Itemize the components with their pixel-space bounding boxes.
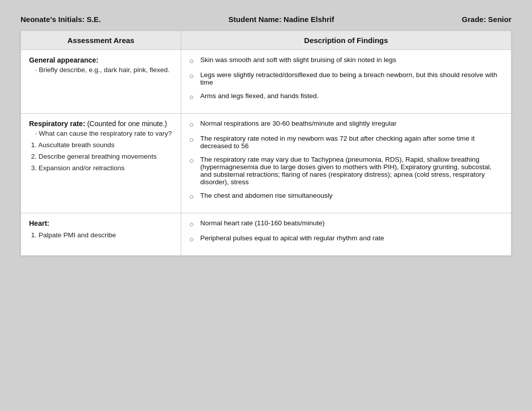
bullet-icon: ○ [189,72,200,80]
finding-item: ○The respiratory rate noted in my newbor… [189,135,503,150]
finding-text: Normal respirations are 30-60 beaths/min… [200,120,397,127]
numbered-item-1-1: 2. Describe general breathing movements [29,153,173,160]
sub-item-1-0: · What can cause the respiratory rate to… [29,130,173,137]
finding-text: The chest and abdomen rise simultaneousl… [200,192,333,199]
bullet-icon: ○ [189,192,200,201]
grade: Grade: Senior [462,15,511,24]
finding-item: ○Arms and legs flexed, and hands fisted. [189,92,503,101]
finding-text: Arms and legs flexed, and hands fisted. [200,92,319,100]
page-header: Neonate's Initials: S.E. Student Name: N… [21,10,511,31]
bullet-icon: ○ [189,235,200,243]
bullet-icon: ○ [189,120,200,129]
left-cell-2: Heart:1. Palpate PMI and describe [21,213,181,256]
right-cell-0: ○Skin was smooth and soft with slight br… [181,50,511,114]
section-heading-2: Heart: [29,219,173,227]
numbered-item-2-0: 1. Palpate PMI and describe [29,231,173,239]
section-heading-1: Respiratory rate: (Counted for one minut… [29,120,173,128]
finding-text: The respiratory rate may vary due to Tac… [200,156,503,186]
bullet-icon: ○ [189,93,200,101]
assessment-table: Assessment Areas Description of Findings… [21,31,511,256]
finding-item: ○The chest and abdomen rise simultaneous… [189,192,503,201]
col1-heading: Assessment Areas [21,31,181,50]
student-name: Student Name: Nadine Elshrif [228,15,334,24]
finding-text: Peripheral pulses equal to apical with r… [200,234,384,242]
finding-item: ○Normal respirations are 30-60 beaths/mi… [189,120,503,129]
numbered-item-1-2: 3. Expansion and/or retractions [29,164,173,172]
finding-text: Skin was smooth and soft with slight bru… [200,56,396,64]
bullet-icon: ○ [189,156,200,165]
numbered-item-1-0: 1. Auscultate breath sounds [29,141,173,149]
finding-text: Legs were slightly retracted/dorsiflexed… [200,71,503,86]
sub-item-0-0: · Briefly describe, e.g., dark hair, pin… [29,66,173,74]
bullet-icon: ○ [189,57,200,65]
left-cell-0: General appearance:· Briefly describe, e… [21,50,181,114]
right-cell-2: ○Normal heart rate (110-160 beats/minute… [181,213,511,256]
finding-item: ○Normal heart rate (110-160 beats/minute… [189,219,503,228]
finding-item: ○Peripheral pulses equal to apical with … [189,234,503,243]
left-cell-1: Respiratory rate: (Counted for one minut… [21,114,181,213]
finding-text: The respiratory rate noted in my newborn… [200,135,503,150]
finding-item: ○Legs were slightly retracted/dorsiflexe… [189,71,503,86]
col2-heading: Description of Findings [181,31,511,50]
finding-item: ○Skin was smooth and soft with slight br… [189,56,503,65]
neonate-initials: Neonate's Initials: S.E. [21,15,101,24]
finding-text: Normal heart rate (110-160 beats/minute) [200,219,325,227]
section-heading-0: General appearance: [29,56,173,64]
right-cell-1: ○Normal respirations are 30-60 beaths/mi… [181,114,511,213]
finding-item: ○The respiratory rate may vary due to Ta… [189,156,503,186]
bullet-icon: ○ [189,135,200,144]
bullet-icon: ○ [189,220,200,228]
